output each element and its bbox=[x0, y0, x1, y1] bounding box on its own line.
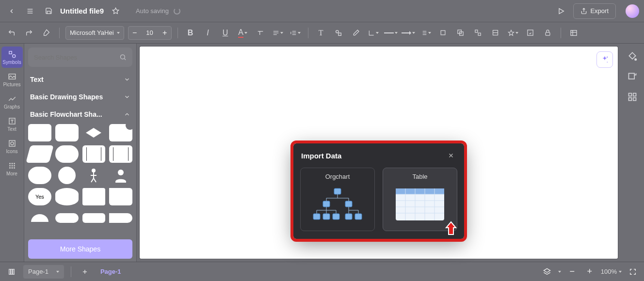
import-data-button[interactable] bbox=[567, 26, 580, 40]
category-basic-drawing[interactable]: Basic Drawing Shapes bbox=[24, 88, 136, 106]
canvas[interactable]: Import Data Orgchart bbox=[140, 47, 618, 259]
svg-rect-65 bbox=[323, 214, 330, 219]
svg-rect-95 bbox=[633, 94, 636, 96]
more-shapes-button[interactable]: More Shapes bbox=[28, 239, 132, 259]
bold-button[interactable]: B bbox=[184, 26, 197, 40]
category-text[interactable]: Text bbox=[24, 71, 136, 88]
list-button[interactable] bbox=[419, 26, 433, 40]
import-option-table[interactable]: Table bbox=[383, 168, 457, 231]
category-basic-flowchart[interactable]: Basic Flowchart Sha... bbox=[24, 106, 136, 123]
layer-button-2[interactable] bbox=[454, 26, 467, 40]
line-style-button[interactable] bbox=[384, 26, 398, 40]
svg-rect-26 bbox=[478, 33, 481, 35]
align-button[interactable] bbox=[271, 26, 285, 40]
font-name: Microsoft YaHei bbox=[70, 29, 114, 36]
lock-button[interactable] bbox=[541, 26, 555, 40]
shape-strip[interactable] bbox=[82, 213, 106, 223]
more-shapes-label: More Shapes bbox=[60, 245, 100, 253]
arrow-style-button[interactable] bbox=[402, 26, 415, 40]
shape-card[interactable] bbox=[82, 188, 106, 205]
page-tab[interactable]: Page-1 bbox=[97, 268, 125, 275]
format-painter-button[interactable] bbox=[40, 26, 53, 40]
font-selector[interactable]: Microsoft YaHei bbox=[65, 26, 124, 40]
shape-predefined[interactable] bbox=[82, 145, 106, 163]
search-input[interactable] bbox=[34, 54, 115, 61]
redo-button[interactable] bbox=[22, 26, 36, 40]
rail-symbols[interactable]: Symbols bbox=[1, 47, 23, 68]
shape-internal-storage[interactable] bbox=[109, 145, 132, 163]
ungroup-button[interactable] bbox=[489, 26, 502, 40]
svg-rect-98 bbox=[9, 269, 11, 274]
import-option-orgchart[interactable]: Orgchart bbox=[300, 168, 375, 231]
shape-ellipse[interactable] bbox=[28, 167, 51, 184]
shape-circle[interactable] bbox=[58, 167, 76, 184]
connector-button[interactable] bbox=[367, 26, 380, 40]
shape-half-1[interactable] bbox=[28, 209, 51, 227]
shape-tool-button[interactable] bbox=[332, 26, 345, 40]
export-tool-icon[interactable] bbox=[628, 72, 637, 81]
font-size-decrease[interactable]: − bbox=[129, 27, 141, 39]
svg-rect-35 bbox=[9, 51, 12, 54]
zoom-level[interactable]: 100% bbox=[601, 268, 622, 275]
ai-sparkle-button[interactable] bbox=[596, 51, 613, 68]
italic-button[interactable]: I bbox=[201, 26, 215, 40]
layers-icon[interactable] bbox=[541, 265, 553, 278]
edit-button[interactable] bbox=[524, 26, 537, 40]
shape-decision-yes[interactable]: Yes bbox=[28, 188, 51, 205]
svg-rect-66 bbox=[333, 214, 339, 219]
dialog-close-button[interactable] bbox=[446, 150, 456, 161]
presentation-button[interactable] bbox=[554, 4, 568, 18]
shape-person[interactable] bbox=[82, 167, 106, 184]
user-avatar[interactable] bbox=[626, 4, 639, 18]
back-button[interactable] bbox=[5, 4, 18, 18]
svg-point-51 bbox=[14, 167, 15, 169]
svg-rect-15 bbox=[338, 33, 341, 35]
text-case-button[interactable] bbox=[254, 26, 267, 40]
pen-tool-button[interactable] bbox=[349, 26, 363, 40]
left-rail: Symbols Pictures Graphs Text Icons More bbox=[0, 44, 24, 262]
save-icon[interactable] bbox=[42, 4, 55, 18]
undo-button[interactable] bbox=[5, 26, 18, 40]
line-spacing-button[interactable] bbox=[289, 26, 302, 40]
shape-rectangle[interactable] bbox=[28, 124, 51, 141]
rail-icons[interactable]: Icons bbox=[1, 136, 23, 157]
effects-button[interactable] bbox=[506, 26, 520, 40]
shape-diamond[interactable] bbox=[82, 124, 106, 141]
outline-button[interactable] bbox=[5, 265, 18, 279]
shape-terminator[interactable] bbox=[55, 145, 79, 163]
svg-point-46 bbox=[9, 165, 11, 166]
shape-parallelogram[interactable] bbox=[26, 145, 53, 163]
menu-button[interactable] bbox=[23, 4, 37, 18]
shape-user[interactable] bbox=[109, 167, 132, 184]
group-button[interactable] bbox=[471, 26, 485, 40]
font-color-button[interactable]: A bbox=[236, 26, 250, 40]
page-selector[interactable]: Page-1 bbox=[23, 265, 64, 279]
rail-graphs[interactable]: Graphs bbox=[1, 91, 23, 112]
shape-database[interactable] bbox=[55, 188, 79, 205]
rail-text[interactable]: Text bbox=[1, 113, 23, 135]
export-button[interactable]: Export bbox=[573, 3, 616, 19]
font-size-value[interactable]: 10 bbox=[141, 29, 159, 36]
zoom-in-button[interactable]: + bbox=[583, 265, 596, 278]
fill-tool-icon[interactable] bbox=[628, 51, 637, 61]
shape-display[interactable] bbox=[109, 188, 132, 205]
grid-tool-icon[interactable] bbox=[628, 92, 637, 102]
svg-point-47 bbox=[11, 165, 13, 166]
shape-rounded-rect[interactable] bbox=[55, 124, 79, 141]
add-page-button[interactable] bbox=[78, 265, 92, 279]
rail-pictures[interactable]: Pictures bbox=[1, 69, 23, 90]
rail-more[interactable]: More bbox=[1, 158, 23, 179]
fullscreen-button[interactable] bbox=[627, 265, 639, 278]
shape-delay[interactable] bbox=[109, 213, 132, 223]
font-size-increase[interactable]: + bbox=[159, 27, 171, 39]
layer-button-1[interactable] bbox=[436, 26, 450, 40]
autosave-spinner bbox=[174, 8, 180, 15]
svg-point-48 bbox=[14, 165, 15, 166]
favorite-button[interactable] bbox=[109, 4, 122, 18]
zoom-out-button[interactable]: − bbox=[566, 265, 579, 278]
shape-thin-rect[interactable] bbox=[55, 213, 79, 223]
text-tool-button[interactable]: T bbox=[314, 26, 328, 40]
search-shapes[interactable] bbox=[28, 47, 132, 67]
shape-document[interactable] bbox=[109, 124, 132, 141]
underline-button[interactable]: U bbox=[219, 26, 232, 40]
